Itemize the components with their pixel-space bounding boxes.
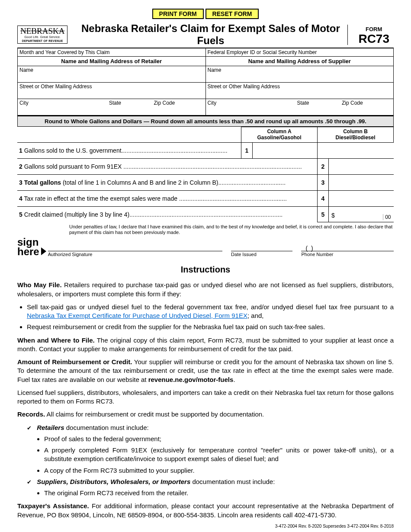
retailer-name-label: Name (19, 67, 33, 73)
line-2-desc: 2 Gallons sold pursuant to Form 91EX ...… (17, 158, 318, 174)
date-issued-field[interactable]: Date Issued (231, 251, 292, 257)
declaration-text: Under penalties of law, I declare that I… (17, 222, 394, 236)
line-2-num: 2 (318, 158, 329, 174)
amount-label: Amount of Reimbursement or Credit. (17, 358, 132, 365)
retailer-header: Name and Mailing Address of Retailer (18, 57, 206, 66)
who-may-file-text: Retailers required to purchase tax‑paid … (17, 281, 394, 297)
supplier-city-label: City (208, 100, 297, 106)
line-5-desc: 5 Credit claimed (multiply line 3 by lin… (17, 206, 318, 222)
supplier-state-label: State (297, 100, 342, 106)
licensed-para: Licensed fuel suppliers, distributors, w… (17, 388, 394, 406)
top-button-bar: PRINT FORM RESET FORM (17, 9, 394, 19)
retailer-state-label: State (109, 100, 154, 106)
line-1-desc: 1 Gallons sold to the U.S. government...… (17, 142, 241, 158)
column-b-header: Column BDiesel/Biodiesel (318, 127, 394, 143)
line-4-desc: 4 Tax rate in effect at the time the exe… (17, 190, 318, 206)
rounding-bar: Round to Whole Gallons and Dollars — Rou… (17, 115, 394, 127)
line-1-num: 1 (241, 142, 253, 158)
authorized-signature-field[interactable]: Authorized Signature (48, 251, 222, 257)
line-3-desc: 3 Total gallons (total of line 1 in Colu… (17, 174, 318, 190)
retailer-zip-label: Zip Code (154, 100, 204, 106)
line-3-num: 3 (318, 174, 329, 190)
who-bullet-2: Request reimbursement or credit from the… (27, 323, 394, 331)
suppliers-check: Suppliers, Distributors, Wholesalers, or… (27, 478, 394, 498)
fein-label: Federal Employer ID or Social Security N… (208, 49, 317, 55)
line-2-input[interactable] (329, 158, 394, 174)
line-1-col-a-input[interactable] (253, 142, 318, 158)
form-word: FORM (358, 26, 389, 32)
line-5-num: 5 (318, 206, 329, 222)
rounding-note: Round to Whole Gallons and Dollars — Rou… (18, 116, 394, 127)
line-4-num: 4 (318, 190, 329, 206)
arrow-icon (41, 247, 46, 255)
taxpayer-assist-label: Taxpayer's Assistance. (17, 502, 89, 510)
records-text: All claims for reimbursement or credit m… (45, 410, 264, 418)
who-bullet-1: Sell tax‑paid gas or undyed diesel fuel … (27, 303, 394, 320)
logo-state-name: NEBRASKA (20, 27, 64, 35)
who-may-file-label: Who May File. (17, 281, 62, 288)
retailer-doc-1: Proof of sales to the federal government… (44, 435, 394, 443)
state-logo: NEBRASKA Good Life. Great Service. DEPAR… (17, 26, 67, 44)
supplier-header: Name and Mailing Address of Supplier (206, 57, 394, 66)
retailer-doc-2: A properly completed Form 91EX (exclusiv… (44, 446, 394, 464)
revision-footer: 3‑472‑2004 Rev. 8‑2020 Supersedes 3‑472‑… (17, 524, 394, 529)
instructions-header: Instructions (17, 265, 394, 275)
line-5-input[interactable]: $ 00 (329, 206, 394, 222)
records-label: Records. (17, 410, 45, 418)
supplier-zip-label: Zip Code (342, 100, 392, 106)
signature-row: signhere Authorized Signature Date Issue… (17, 237, 394, 257)
form-id-box: FORM RC73 (347, 25, 394, 45)
period-label: Month and Year Covered by This Claim (19, 49, 110, 55)
retailer-doc-3: A copy of the Form RC73 submitted to you… (44, 466, 394, 475)
form-code: RC73 (358, 33, 389, 45)
supplier-street-label: Street or Other Mailing Address (208, 83, 280, 90)
retailer-street-label: Street or Other Mailing Address (19, 83, 92, 90)
when-where-label: When and Where to File. (17, 337, 95, 344)
reset-form-button[interactable]: RESET FORM (206, 9, 259, 19)
line-4-input[interactable] (329, 190, 394, 206)
info-table: Month and Year Covered by This Claim Fed… (17, 48, 394, 115)
phone-label: Phone Number (301, 251, 394, 257)
website-bold: revenue.ne.gov/motor-fuels (148, 376, 234, 383)
currency-symbol: $ (331, 212, 335, 219)
form-91ex-link[interactable]: Nebraska Tax Exempt Certificate for Purc… (27, 312, 247, 319)
phone-field[interactable]: ( ) Phone Number (301, 245, 394, 257)
line-1-col-b-input[interactable] (318, 142, 394, 158)
retailers-check: Retailers documentation must include: Pr… (27, 423, 394, 475)
column-a-header: Column AGasoline/Gasohol (241, 127, 318, 143)
cents-suffix: 00 (383, 214, 391, 220)
calculation-table: Column AGasoline/Gasohol Column BDiesel/… (17, 127, 394, 222)
logo-tagline: Good Life. Great Service. (20, 35, 64, 38)
form-header: NEBRASKA Good Life. Great Service. DEPAR… (17, 22, 394, 48)
supplier-name-label: Name (208, 67, 222, 73)
retailer-city-label: City (19, 100, 109, 106)
form-title: Nebraska Retailer's Claim for Exempt Sal… (74, 22, 347, 47)
supplier-doc-1: The original Form RC73 received from the… (44, 489, 394, 497)
instructions-body: Who May File. Retailers required to purc… (17, 281, 394, 519)
logo-department: DEPARTMENT OF REVENUE (20, 40, 64, 43)
line-3-input[interactable] (329, 174, 394, 190)
print-form-button[interactable]: PRINT FORM (152, 9, 204, 19)
sign-here-label: signhere (17, 237, 40, 257)
